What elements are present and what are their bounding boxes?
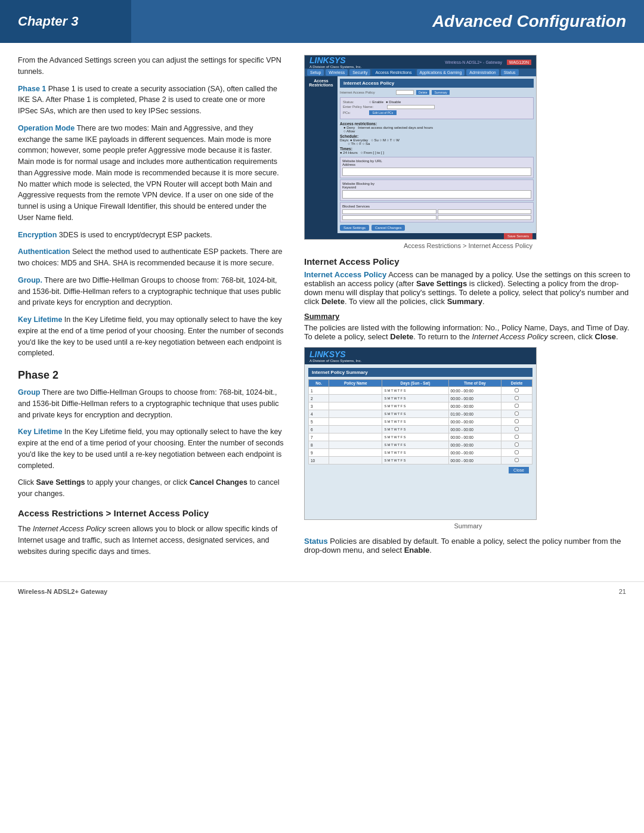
encrypt-para: Encryption 3DES is used to encrypt/decry…: [18, 230, 284, 241]
summary-row: 10 S M T W T F S 00:00 - 00:00: [309, 457, 532, 465]
nav-setup[interactable]: Setup: [307, 69, 324, 76]
website-keyword-label: Website Blocking byKeyword: [342, 182, 531, 189]
edit-list-btn[interactable]: Edit List of PCs: [369, 110, 397, 115]
row-name: [329, 387, 382, 395]
row-name: [329, 433, 382, 441]
summary-row: 3 S M T W T F S 00:00 - 00:00: [309, 402, 532, 410]
page-header: Chapter 3 Advanced Configuration: [0, 0, 644, 43]
keylife2-para: Key Lifetime In the Key Lifetime field, …: [18, 426, 284, 471]
product-name: Wireless-N ADSL2+ - Gateway WAG120N: [361, 60, 531, 64]
keylife-para: Key Lifetime In the Key Lifetime field, …: [18, 314, 284, 359]
row-delete[interactable]: [501, 387, 532, 395]
summary-close-bar: Close: [308, 465, 532, 476]
save-servers-btn[interactable]: Save Servers: [504, 233, 532, 239]
summary-row: 9 S M T W T F S 00:00 - 00:00: [309, 449, 532, 457]
encrypt-label: Encryption: [18, 231, 57, 239]
row-delete[interactable]: [501, 441, 532, 449]
group-label: Group.: [18, 276, 42, 284]
row-delete[interactable]: [501, 457, 532, 465]
router-nav: Setup Wireless Security Access Restricti…: [305, 69, 536, 76]
keylife2-label: Key Lifetime: [18, 428, 62, 436]
summary-row: 8 S M T W T F S 00:00 - 00:00: [309, 441, 532, 449]
enable-radio[interactable]: ○ Enable: [369, 100, 383, 104]
website-keyword-section: Website Blocking byKeyword: [340, 179, 534, 201]
nav-security[interactable]: Security: [349, 69, 370, 76]
nav-apps[interactable]: Applications & Gaming: [417, 69, 465, 76]
footer-page: 21: [619, 588, 626, 595]
row-delete[interactable]: [501, 426, 532, 433]
nav-status[interactable]: Status: [501, 69, 519, 76]
router-body: AccessRestrictions Internet Access Polic…: [305, 76, 536, 233]
summary-logo-sub: A Division of Cisco Systems, Inc.: [309, 359, 361, 363]
summary-row: 7 S M T W T F S 00:00 - 00:00: [309, 433, 532, 441]
phase1-label: Phase 1: [18, 85, 46, 93]
save-settings-btn[interactable]: Save Settings: [340, 225, 369, 231]
summary-header: LINKSYSA Division of Cisco Systems, Inc.: [305, 348, 536, 364]
disable-radio[interactable]: ● Disable: [386, 100, 401, 104]
row-time: 01:00 - 00:00: [448, 410, 501, 418]
footer-product: Wireless-N ADSL2+ Gateway: [18, 588, 107, 595]
row-delete[interactable]: [501, 410, 532, 418]
row-days: S M T W T F S: [382, 410, 448, 418]
row-time: 00:00 - 00:00: [448, 395, 501, 402]
website-url-section: Website blocking by URLAddress: [340, 157, 534, 178]
sidebar-label: AccessRestrictions: [305, 76, 338, 233]
status-row: Status: ○ Enable ● Disable: [343, 100, 531, 104]
row-name: [329, 426, 382, 433]
row-no: 9: [309, 449, 329, 457]
policy-name-input[interactable]: [387, 105, 435, 109]
url-input[interactable]: [342, 168, 531, 176]
policy-select-input[interactable]: [396, 90, 414, 95]
row-time: 00:00 - 00:00: [448, 449, 501, 457]
service-input-4[interactable]: [438, 215, 532, 220]
keyword-input[interactable]: [342, 190, 531, 199]
row-name: [329, 410, 382, 418]
page-title: Advanced Configuration: [131, 0, 644, 43]
summary-btn[interactable]: Summary: [432, 90, 449, 95]
cancel-changes-btn[interactable]: Cancel Changes: [371, 225, 405, 231]
row-time: 00:00 - 00:00: [448, 387, 501, 395]
row-no: 8: [309, 441, 329, 449]
pcs-row: PCs: Edit List of PCs: [343, 110, 531, 115]
row-time: 00:00 - 00:00: [448, 426, 501, 433]
close-button[interactable]: Close: [509, 467, 529, 473]
nav-wireless[interactable]: Wireless: [326, 69, 348, 76]
caption2: Summary: [304, 522, 632, 529]
summary-logo-text: LINKSYSA Division of Cisco Systems, Inc.: [309, 349, 361, 363]
row-delete[interactable]: [501, 395, 532, 402]
row-no: 3: [309, 402, 329, 410]
row-no: 4: [309, 410, 329, 418]
left-column: From the Advanced Settings screen you ca…: [0, 43, 298, 575]
service-input-3[interactable]: [342, 215, 436, 220]
summary-heading: Summary: [304, 312, 632, 321]
times-options: ● 24 Hours ○ From [ ] to [ ]: [340, 151, 534, 154]
row-days: S M T W T F S: [382, 449, 448, 457]
row-delete[interactable]: [501, 433, 532, 441]
service-input-2[interactable]: [438, 209, 532, 214]
row-days: S M T W T F S: [382, 441, 448, 449]
schedule-label: Schedule:: [340, 134, 534, 138]
row-days: S M T W T F S: [382, 402, 448, 410]
col-delete: Delete: [501, 380, 532, 387]
policy-select-row: Internet Access Policy Delete Summary: [340, 90, 534, 95]
intro-text: From the Advanced Settings screen you ca…: [18, 55, 284, 78]
row-delete[interactable]: [501, 402, 532, 410]
row-days: S M T W T F S: [382, 418, 448, 426]
row-name: [329, 395, 382, 402]
nav-access[interactable]: Access Restrictions: [372, 69, 414, 76]
status-para: Status Policies are disabled by default.…: [304, 537, 632, 555]
page-footer: Wireless-N ADSL2+ Gateway 21: [0, 581, 644, 601]
row-delete[interactable]: [501, 449, 532, 457]
row-delete[interactable]: [501, 418, 532, 426]
row-no: 10: [309, 457, 329, 465]
row-name: [329, 418, 382, 426]
delete-btn[interactable]: Delete: [416, 90, 429, 95]
logo-text: LINKSYSA Division of Cisco Systems, Inc.: [309, 55, 361, 69]
iap-heading: Internet Access Policy: [304, 256, 632, 267]
main-content: From the Advanced Settings screen you ca…: [0, 43, 644, 575]
bottom-bar: Save Servers: [305, 233, 536, 239]
phase1-para: Phase 1 Phase 1 is used to create a secu…: [18, 83, 284, 117]
service-input-1[interactable]: [342, 209, 436, 214]
nav-admin[interactable]: Administration: [466, 69, 499, 76]
iap-label: Internet Access Policy: [304, 270, 386, 279]
